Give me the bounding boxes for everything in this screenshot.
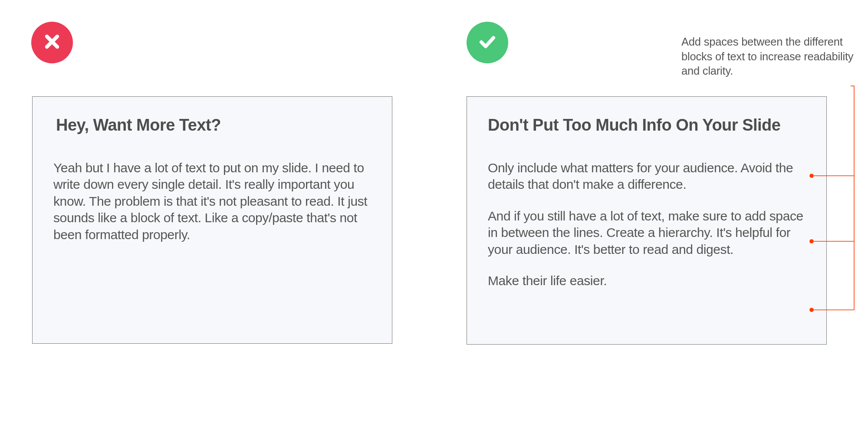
wrong-card-heading: Hey, Want More Text? — [53, 116, 371, 135]
cross-icon — [42, 31, 62, 54]
wrong-badge — [31, 22, 73, 63]
wrong-card-body: Yeah but I have a lot of text to put on … — [53, 160, 371, 243]
correct-card-p1: Only include what matters for your audie… — [488, 160, 806, 193]
correct-card-p2: And if you still have a lot of text, mak… — [488, 208, 806, 258]
check-icon — [477, 31, 498, 54]
example-card-wrong: Hey, Want More Text? Yeah but I have a l… — [32, 96, 392, 344]
correct-card-heading: Don't Put Too Much Info On Your Slide — [488, 116, 806, 135]
example-card-correct: Don't Put Too Much Info On Your Slide On… — [467, 96, 827, 345]
correct-badge — [467, 22, 508, 63]
annotation-text: Add spaces between the different blocks … — [681, 35, 855, 79]
correct-card-p3: Make their life easier. — [488, 273, 806, 289]
